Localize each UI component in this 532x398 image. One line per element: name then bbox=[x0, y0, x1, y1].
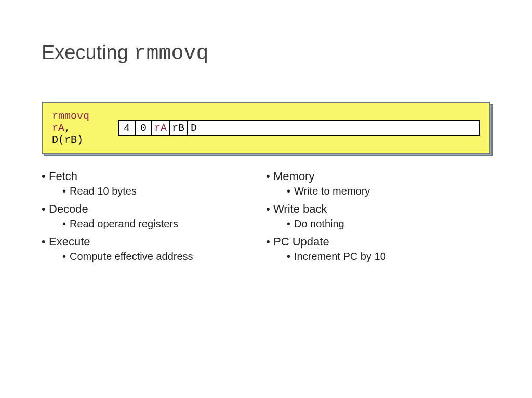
bullet-icon: • bbox=[266, 170, 273, 183]
page-title: Executing rmmovq bbox=[42, 42, 490, 65]
instruction-syntax: rmmovq rA, D(rB) bbox=[52, 110, 105, 146]
bullet-icon: • bbox=[266, 202, 273, 216]
operand-D: D bbox=[52, 134, 58, 146]
bullet-icon: • bbox=[42, 170, 49, 183]
title-prefix: Executing bbox=[42, 42, 134, 63]
operand-sep: , bbox=[64, 122, 71, 134]
byte-rA: rA bbox=[152, 121, 170, 135]
bullet-icon: • bbox=[287, 251, 294, 263]
stage-pcupdate: •PC Update bbox=[266, 235, 490, 249]
mnemonic: rmmovq bbox=[52, 110, 89, 122]
left-column: •Fetch •Read 10 bytes •Decode •Read oper… bbox=[42, 169, 266, 268]
stage-pcupdate-detail: •Increment PC by 10 bbox=[287, 251, 490, 263]
bullet-icon: • bbox=[62, 218, 70, 230]
title-instruction: rmmovq bbox=[134, 42, 208, 65]
byte-ifun: 0 bbox=[136, 121, 152, 135]
operand-rA: rA bbox=[52, 122, 64, 134]
byte-icode: 4 bbox=[119, 121, 136, 135]
bullet-icon: • bbox=[42, 202, 49, 216]
stage-writeback: •Write back bbox=[266, 202, 490, 216]
stage-execute-detail: •Compute effective address bbox=[62, 251, 266, 263]
operand-rB: rB bbox=[64, 134, 77, 146]
stage-decode: •Decode bbox=[42, 202, 266, 216]
stage-decode-detail: •Read operand registers bbox=[62, 218, 266, 230]
bullet-icon: • bbox=[266, 235, 273, 249]
bullet-icon: • bbox=[287, 185, 294, 197]
bullet-icon: • bbox=[42, 235, 49, 249]
slide: Executing rmmovq rmmovq rA, D(rB) 4 0 rA… bbox=[0, 0, 532, 268]
operand-lparen: ( bbox=[58, 134, 64, 146]
encoding-row: rmmovq rA, D(rB) 4 0 rA rB D bbox=[42, 102, 490, 154]
stage-execute: •Execute bbox=[42, 235, 266, 249]
stage-columns: •Fetch •Read 10 bytes •Decode •Read oper… bbox=[42, 169, 490, 268]
stage-memory: •Memory bbox=[266, 170, 490, 183]
stage-fetch-detail: •Read 10 bytes bbox=[62, 185, 266, 197]
right-column: •Memory •Write to memory •Write back •Do… bbox=[266, 169, 490, 268]
bullet-icon: • bbox=[62, 251, 70, 263]
byte-D: D bbox=[188, 121, 479, 135]
stage-fetch: •Fetch bbox=[42, 170, 266, 183]
byte-encoding: 4 0 rA rB D bbox=[118, 120, 480, 136]
byte-rB: rB bbox=[170, 121, 188, 135]
encoding-box: rmmovq rA, D(rB) 4 0 rA rB D bbox=[42, 102, 490, 154]
bullet-icon: • bbox=[62, 185, 70, 197]
stage-memory-detail: •Write to memory bbox=[287, 185, 490, 197]
operand-rparen: ) bbox=[77, 134, 83, 146]
bullet-icon: • bbox=[287, 218, 294, 230]
stage-writeback-detail: •Do nothing bbox=[287, 218, 490, 230]
